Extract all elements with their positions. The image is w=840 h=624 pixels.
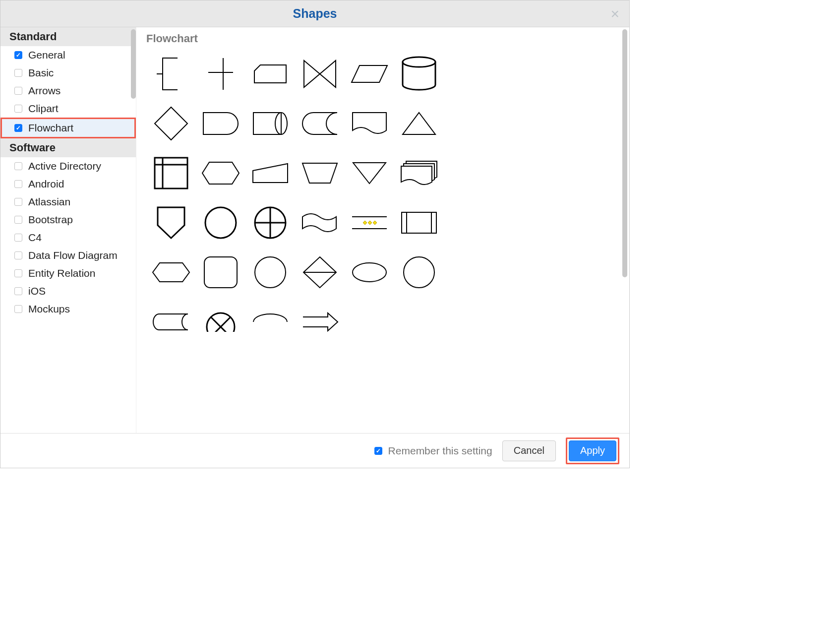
category-label: Bootstrap <box>28 214 73 226</box>
shape-terminator-icon[interactable] <box>345 297 394 347</box>
shape-arrow-icon[interactable] <box>295 297 345 347</box>
checkbox-icon[interactable] <box>14 234 22 242</box>
svg-point-5 <box>205 207 236 238</box>
checkbox-icon[interactable] <box>14 69 22 77</box>
apply-button[interactable]: Apply <box>569 440 616 461</box>
shape-categories-sidebar[interactable]: Standard General Basic Arrows Clipart Fl… <box>0 27 136 433</box>
category-label: General <box>28 49 65 61</box>
dialog-title: Shapes <box>293 6 337 21</box>
checkbox-icon[interactable] <box>14 105 22 113</box>
category-header-standard: Standard <box>0 27 136 46</box>
shape-parallelogram-icon[interactable] <box>345 49 394 99</box>
checkbox-icon[interactable] <box>14 269 22 277</box>
checkbox-icon[interactable] <box>14 162 22 170</box>
shape-rounded-rect-icon[interactable] <box>196 248 245 297</box>
shape-manual-input-icon[interactable] <box>245 148 295 198</box>
checkbox-icon[interactable] <box>14 87 22 95</box>
shape-circle-alt-icon[interactable] <box>394 248 444 297</box>
shape-extract-icon[interactable] <box>196 297 245 347</box>
preview-title: Flowchart <box>146 32 619 45</box>
shape-or-icon[interactable] <box>245 198 295 248</box>
category-item-atlassian[interactable]: Atlassian <box>0 193 136 211</box>
category-item-clipart[interactable]: Clipart <box>0 100 136 118</box>
category-item-flowchart[interactable]: Flowchart <box>0 118 136 138</box>
svg-point-18 <box>404 257 434 288</box>
category-label: Basic <box>28 67 54 79</box>
category-label: Arrows <box>28 85 60 97</box>
category-item-ios[interactable]: iOS <box>0 282 136 300</box>
category-item-basic[interactable]: Basic <box>0 64 136 82</box>
category-label: iOS <box>28 285 46 297</box>
category-label: Mockups <box>28 303 70 315</box>
svg-rect-2 <box>155 158 187 188</box>
svg-point-19 <box>207 313 235 332</box>
category-item-c4[interactable]: C4 <box>0 229 136 247</box>
dialog-header: Shapes × <box>0 0 629 27</box>
shape-internal-storage-icon[interactable] <box>146 148 196 198</box>
shape-annotation-2-icon[interactable] <box>196 49 245 99</box>
checkbox-icon[interactable] <box>14 198 22 206</box>
shape-hexagon-icon[interactable] <box>146 248 196 297</box>
category-label: Android <box>28 178 64 190</box>
remember-setting[interactable]: Remember this setting <box>374 445 492 457</box>
category-item-active-directory[interactable]: Active Directory <box>0 157 136 175</box>
checkbox-icon[interactable] <box>14 305 22 313</box>
checkbox-icon[interactable] <box>14 287 22 295</box>
shapes-dialog: Shapes × Standard General Basic Arrows C… <box>0 0 630 468</box>
shape-data-icon[interactable] <box>245 49 295 99</box>
shape-predefined-process-icon[interactable] <box>394 198 444 248</box>
category-item-entity-relation[interactable]: Entity Relation <box>0 264 136 282</box>
shape-ellipse-icon[interactable] <box>345 248 394 297</box>
shape-circle-icon[interactable] <box>245 248 295 297</box>
svg-rect-14 <box>204 257 237 288</box>
apply-highlight: Apply <box>566 437 619 464</box>
checkbox-icon[interactable] <box>14 51 22 59</box>
checkbox-icon[interactable] <box>14 251 22 259</box>
shape-loop-limit-icon[interactable] <box>295 49 345 99</box>
shape-offpage-icon[interactable] <box>146 198 196 248</box>
shape-direct-data-icon[interactable] <box>295 99 345 148</box>
checkbox-icon[interactable] <box>14 180 22 188</box>
category-item-android[interactable]: Android <box>0 175 136 193</box>
svg-point-17 <box>353 263 386 282</box>
remember-label: Remember this setting <box>388 445 492 457</box>
close-icon[interactable]: × <box>610 6 619 21</box>
category-label: C4 <box>28 232 42 244</box>
shape-delay-icon[interactable] <box>196 99 245 148</box>
shape-sort-icon[interactable] <box>295 248 345 297</box>
shape-paper-tape-icon[interactable] <box>295 198 345 248</box>
shape-display-icon[interactable] <box>245 99 295 148</box>
shape-preparation-icon[interactable] <box>196 148 245 198</box>
svg-point-15 <box>255 257 286 288</box>
shape-connector-icon[interactable] <box>196 198 245 248</box>
category-item-bootstrap[interactable]: Bootstrap <box>0 211 136 229</box>
shape-database-icon[interactable] <box>394 49 444 99</box>
category-item-general[interactable]: General <box>0 46 136 64</box>
cancel-button[interactable]: Cancel <box>502 440 556 461</box>
shape-summing-junction-icon[interactable] <box>345 198 394 248</box>
category-item-data-flow-diagram[interactable]: Data Flow Diagram <box>0 247 136 264</box>
shape-decision-icon[interactable] <box>146 99 196 148</box>
shape-manual-operation-icon[interactable] <box>295 148 345 198</box>
preview-scrollbar[interactable] <box>622 29 627 277</box>
shape-document-icon[interactable] <box>345 99 394 148</box>
checkbox-icon[interactable] <box>374 447 382 455</box>
shape-triangle-icon[interactable] <box>394 99 444 148</box>
category-label: Entity Relation <box>28 267 95 279</box>
category-item-mockups[interactable]: Mockups <box>0 300 136 318</box>
shape-card-icon[interactable] <box>245 297 295 347</box>
dialog-body: Standard General Basic Arrows Clipart Fl… <box>0 27 629 433</box>
category-item-arrows[interactable]: Arrows <box>0 82 136 100</box>
category-label: Data Flow Diagram <box>28 250 118 261</box>
category-label: Active Directory <box>28 160 101 172</box>
shape-stored-data-icon[interactable] <box>146 297 196 347</box>
shape-multi-document-icon[interactable] <box>394 148 444 198</box>
shape-preview-panel: Flowchart <box>136 27 629 433</box>
shape-annotation-1-icon[interactable] <box>146 49 196 99</box>
checkbox-icon[interactable] <box>14 124 22 132</box>
svg-point-0 <box>403 57 435 67</box>
category-label: Clipart <box>28 103 59 115</box>
checkbox-icon[interactable] <box>14 216 22 224</box>
shape-merge-icon[interactable] <box>345 148 394 198</box>
shape-transfer-icon[interactable] <box>394 297 444 347</box>
